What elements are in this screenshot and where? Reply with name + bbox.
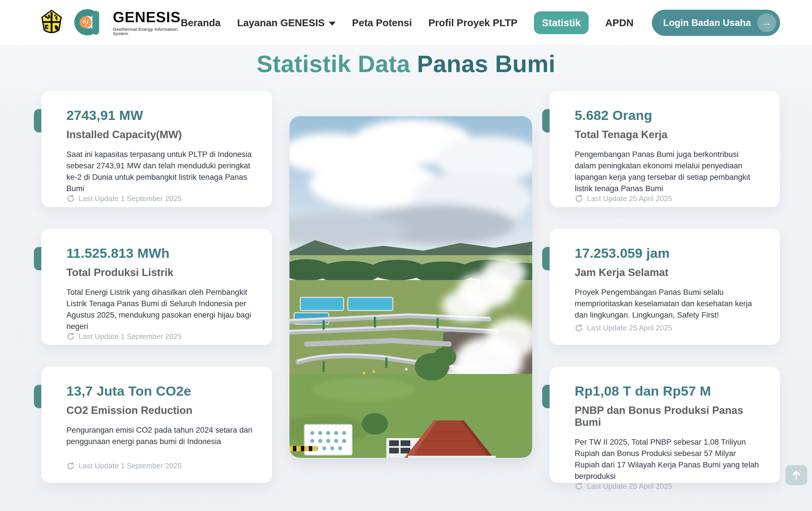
- stat-description: Pengembangan Panas Bumi juga berkontribu…: [575, 149, 761, 194]
- card-accent-tab: [34, 247, 41, 270]
- nav-item-peta-potensi[interactable]: Peta Potensi: [352, 17, 412, 29]
- last-update-label: Last Update 25 April 2025: [587, 324, 672, 332]
- login-button-label: Login Badan Usaha: [663, 18, 751, 28]
- refresh-icon: [575, 194, 583, 203]
- stat-card-total-produksi-listrik: 11.525.813 MWh Total Produksi Listrik To…: [41, 229, 272, 345]
- stat-description: Total Energi Listrik yang dihasilkan ole…: [66, 287, 253, 332]
- stat-card-installed-capacity: 2743,91 MW Installed Capacity(MW) Saat i…: [41, 91, 272, 207]
- page-title-part2: Panas Bumi: [410, 51, 556, 77]
- page-title-part1: Statistik Data: [257, 51, 410, 77]
- stat-title: PNBP dan Bonus Produksi Panas Bumi: [575, 404, 761, 428]
- brand-name: GENESIS: [113, 10, 181, 25]
- last-update-label: Last Update 1 September 2025: [79, 194, 181, 203]
- stat-card-co2-emission: 13,7 Juta Ton CO2e CO2 Emission Reductio…: [41, 367, 272, 483]
- arrow-right-icon: →: [757, 13, 776, 32]
- stat-title: Total Produksi Listrik: [66, 267, 253, 278]
- card-accent-tab: [34, 109, 41, 132]
- stat-card-jam-kerja-selamat: 17.253.059 jam Jam Kerja Selamat Proyek …: [550, 229, 780, 345]
- stat-card-pnbp-bonus-produksi: Rp1,08 T dan Rp57 M PNBP dan Bonus Produ…: [550, 367, 780, 483]
- stat-title: Jam Kerja Selamat: [575, 267, 761, 278]
- stat-last-update: Last Update 25 April 2025: [575, 324, 761, 332]
- scroll-to-top-button[interactable]: [785, 465, 807, 485]
- stat-last-update: Last Update 25 April 2025: [575, 482, 761, 491]
- login-badan-usaha-button[interactable]: Login Badan Usaha →: [652, 10, 780, 36]
- stat-title: Installed Capacity(MW): [66, 129, 253, 141]
- stat-last-update: Last Update 1 September 2025: [66, 332, 253, 341]
- stat-last-update: Last Update 1 September 2025: [66, 194, 253, 203]
- stat-last-update: Last Update 1 September 2025: [66, 461, 253, 470]
- refresh-icon: [66, 462, 75, 470]
- last-update-label: Last Update 25 April 2025: [587, 194, 672, 203]
- refresh-icon: [575, 482, 583, 490]
- stat-title: CO2 Emission Reduction: [66, 404, 253, 416]
- stat-description: Pengurangan emisi CO2 pada tahun 2024 se…: [66, 424, 253, 447]
- stat-description: Proyek Pengembangan Panas Bumi selalu me…: [575, 287, 761, 321]
- refresh-icon: [66, 194, 75, 203]
- stat-card-total-tenaga-kerja: 5.682 Orang Total Tenaga Kerja Pengemban…: [550, 91, 780, 207]
- page-title: Statistik Data Panas Bumi: [0, 50, 812, 78]
- geothermal-plant-photo: [289, 116, 532, 458]
- nav-item-layanan-genesis[interactable]: Layanan GENESIS: [237, 17, 335, 29]
- ministry-emblem-logo: [40, 9, 63, 37]
- stat-description: Saat ini kapasitas terpasang untuk PLTP …: [66, 149, 253, 194]
- card-accent-tab: [542, 385, 550, 408]
- nav-item-label: Layanan GENESIS: [237, 17, 324, 29]
- nav-item-beranda[interactable]: Beranda: [181, 17, 221, 29]
- brand-logo[interactable]: GENESIS Geothermal Energy Information Sy…: [40, 8, 181, 38]
- card-accent-tab: [542, 247, 550, 270]
- last-update-label: Last Update 1 September 2025: [79, 332, 181, 341]
- stats-grid: 2743,91 MW Installed Capacity(MW) Saat i…: [41, 91, 780, 483]
- stat-value: 13,7 Juta Ton CO2e: [66, 383, 253, 399]
- refresh-icon: [575, 324, 583, 332]
- arrow-up-icon: [790, 469, 802, 481]
- header: GENESIS Geothermal Energy Information Sy…: [0, 0, 812, 46]
- stat-value: 2743,91 MW: [66, 108, 253, 123]
- card-accent-tab: [34, 385, 41, 408]
- nav-item-apdn[interactable]: APDN: [605, 17, 633, 29]
- stat-title: Total Tenaga Kerja: [575, 129, 761, 141]
- nav-item-statistik[interactable]: Statistik: [534, 11, 589, 34]
- brand-tagline: Geothermal Energy Information System: [113, 27, 181, 36]
- stat-value: 5.682 Orang: [575, 108, 761, 123]
- last-update-label: Last Update 25 April 2025: [587, 482, 672, 491]
- card-accent-tab: [542, 109, 550, 132]
- stat-value: Rp1,08 T dan Rp57 M: [575, 383, 761, 399]
- stat-value: 17.253.059 jam: [575, 245, 761, 261]
- genesis-logo-mark: [71, 8, 106, 38]
- chevron-down-icon: [329, 22, 336, 26]
- refresh-icon: [66, 332, 75, 341]
- main-nav: Beranda Layanan GENESIS Peta Potensi Pro…: [181, 11, 633, 34]
- stat-value: 11.525.813 MWh: [66, 245, 253, 261]
- stat-description: Per TW II 2025, Total PNBP sebesar 1,08 …: [575, 437, 761, 482]
- nav-item-profil-proyek-pltp[interactable]: Profil Proyek PLTP: [429, 17, 518, 29]
- stat-last-update: Last Update 25 April 2025: [575, 194, 761, 203]
- last-update-label: Last Update 1 September 2025: [79, 461, 181, 470]
